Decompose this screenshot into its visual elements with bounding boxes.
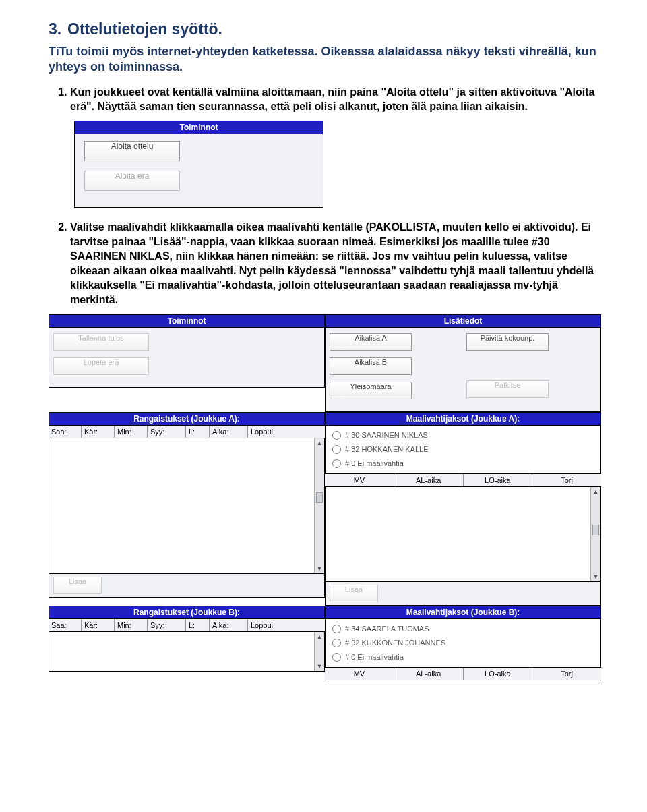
lisaa-penalty-a-button[interactable]: Lisää [53,577,102,594]
rangaistukset-a-title: Rangaistukset (Joukkue A): [49,412,325,425]
aloita-ottelu-button[interactable]: Aloita ottelu [84,141,180,161]
heading-number: 3. [49,20,67,38]
gk-b-option-2[interactable]: # 92 KUKKONEN JOHANNES [326,636,600,650]
maalivahtijaksot-a-title: Maalivahtijaksot (Joukkue A): [325,412,601,425]
gk-b-option-3[interactable]: # 0 Ei maalivahtia [326,650,600,664]
penalty-header-a: Saa: Kär: Min: Syy: L: Aika: Loppui: [49,425,325,438]
scroll-thumb[interactable] [592,525,599,535]
penalty-header-b: Saa: Kär: Min: Syy: L: Aika: Loppui: [49,618,325,632]
lopeta-era-button[interactable]: Lopeta erä [53,357,149,375]
scrollbar[interactable]: ▲ ▼ [314,438,324,573]
scroll-thumb[interactable] [316,492,323,503]
penalty-list-b[interactable]: ▲ ▼ [49,632,325,672]
radio-icon [332,445,341,454]
intro-paragraph: TiTu toimii myös internet-yhteyden katke… [49,44,600,76]
radio-icon [332,639,341,647]
radio-icon [332,431,341,440]
gk-a-option-3[interactable]: # 0 Ei maalivahtia [326,457,600,471]
heading-text: Ottelutietojen syöttö. [67,20,222,38]
panel-title: Toiminnot [74,121,324,134]
scroll-down-icon[interactable]: ▼ [317,564,323,573]
maalivahtijaksot-b-title: Maalivahtijaksot (Joukkue B): [325,606,601,618]
scroll-up-icon[interactable]: ▲ [593,487,599,496]
gk-a-option-1[interactable]: # 30 SAARINEN NIKLAS [326,428,600,442]
mv-header-b: MV AL-aika LO-aika Torj [325,667,601,680]
rangaistukset-b-title: Rangaistukset (Joukkue B): [49,606,325,618]
scroll-down-icon[interactable]: ▼ [317,662,323,671]
tallenna-tulos-button[interactable]: Tallenna tulos [53,333,149,351]
radio-icon [332,625,341,633]
mv-list-a[interactable]: ▲ ▼ [325,487,601,582]
gk-b-option-1[interactable]: # 34 SAARELA TUOMAS [326,622,600,636]
radio-icon [332,653,341,662]
screenshot-main: Toiminnot Tallenna tulos Lopeta erä Lisä… [49,314,600,680]
lisatiedot-title: Lisätiedot [325,314,601,327]
aloita-era-button[interactable]: Aloita erä [84,171,180,191]
scroll-up-icon[interactable]: ▲ [317,632,323,641]
gk-a-option-2[interactable]: # 32 HOKKANEN KALLE [326,442,600,457]
aikalisa-a-button[interactable]: Aikalisä A [330,333,412,351]
scroll-up-icon[interactable]: ▲ [317,438,323,448]
section-heading: 3.Ottelutietojen syöttö. [49,20,600,38]
toiminnot-title: Toiminnot [49,314,325,327]
scrollbar[interactable]: ▲ ▼ [314,632,324,671]
screenshot-toiminnot-small: Toiminnot Aloita ottelu Aloita erä [74,121,324,208]
palkitse-button[interactable]: Palkitse [466,380,549,398]
radio-icon [332,459,341,468]
scrollbar[interactable]: ▲ ▼ [590,487,600,581]
paivita-kokoonpano-button[interactable]: Päivitä kokoonp. [466,333,549,351]
step-1: Kun joukkueet ovat kentällä valmiina alo… [70,85,600,114]
step-2: Valitse maalivahdit klikkaamalla oikea m… [70,220,600,308]
yleisomaara-button[interactable]: Yleisömäärä [330,382,412,399]
lisaa-mv-a-button[interactable]: Lisää [330,585,378,602]
aikalisa-b-button[interactable]: Aikalisä B [330,357,412,375]
scroll-down-icon[interactable]: ▼ [593,572,599,581]
penalty-list-a[interactable]: ▲ ▼ [49,438,325,574]
mv-header-a: MV AL-aika LO-aika Torj [325,473,601,487]
